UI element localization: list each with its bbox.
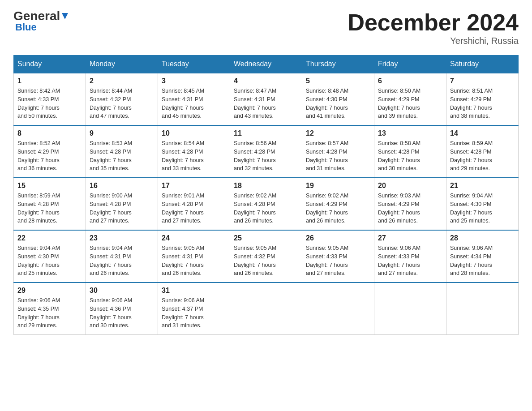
day-number: 23 <box>90 234 154 242</box>
logo: General Blue <box>13 9 70 33</box>
day-number: 24 <box>162 234 226 242</box>
day-number: 18 <box>234 182 298 190</box>
calendar-cell <box>302 283 374 335</box>
day-info: Sunrise: 9:05 AMSunset: 4:31 PMDaylight:… <box>162 245 204 276</box>
calendar-cell: 23 Sunrise: 9:04 AMSunset: 4:31 PMDaylig… <box>86 230 158 283</box>
day-info: Sunrise: 9:02 AMSunset: 4:28 PMDaylight:… <box>234 193 276 224</box>
day-number: 7 <box>450 77 515 85</box>
day-info: Sunrise: 9:02 AMSunset: 4:29 PMDaylight:… <box>306 193 348 224</box>
day-info: Sunrise: 8:52 AMSunset: 4:29 PMDaylight:… <box>17 140 60 171</box>
day-number: 16 <box>90 182 154 190</box>
calendar-cell: 5 Sunrise: 8:48 AMSunset: 4:30 PMDayligh… <box>302 73 374 125</box>
calendar-cell: 3 Sunrise: 8:45 AMSunset: 4:31 PMDayligh… <box>158 73 230 125</box>
week-row-1: 1 Sunrise: 8:42 AMSunset: 4:33 PMDayligh… <box>14 73 519 125</box>
day-number: 11 <box>234 129 298 137</box>
header-saturday: Saturday <box>446 56 519 73</box>
day-number: 19 <box>306 182 370 190</box>
day-info: Sunrise: 8:58 AMSunset: 4:28 PMDaylight:… <box>378 140 420 171</box>
weekday-header-row: Sunday Monday Tuesday Wednesday Thursday… <box>14 56 519 73</box>
day-number: 22 <box>17 234 82 242</box>
day-number: 6 <box>378 77 442 85</box>
day-info: Sunrise: 8:57 AMSunset: 4:28 PMDaylight:… <box>306 140 348 171</box>
week-row-5: 29 Sunrise: 9:06 AMSunset: 4:35 PMDaylig… <box>14 283 519 335</box>
day-info: Sunrise: 9:04 AMSunset: 4:31 PMDaylight:… <box>90 245 132 276</box>
day-number: 28 <box>450 234 515 242</box>
calendar-cell: 1 Sunrise: 8:42 AMSunset: 4:33 PMDayligh… <box>14 73 86 125</box>
day-number: 13 <box>378 129 442 137</box>
day-info: Sunrise: 8:56 AMSunset: 4:28 PMDaylight:… <box>234 140 276 171</box>
title-block: December 2024 Yershichi, Russia <box>348 9 519 46</box>
day-info: Sunrise: 8:42 AMSunset: 4:33 PMDaylight:… <box>17 88 60 119</box>
calendar-cell: 16 Sunrise: 9:00 AMSunset: 4:28 PMDaylig… <box>86 178 158 230</box>
day-info: Sunrise: 9:04 AMSunset: 4:30 PMDaylight:… <box>17 245 60 276</box>
day-info: Sunrise: 8:51 AMSunset: 4:29 PMDaylight:… <box>450 88 493 119</box>
day-number: 29 <box>17 287 82 295</box>
calendar-cell: 18 Sunrise: 9:02 AMSunset: 4:28 PMDaylig… <box>230 178 302 230</box>
day-info: Sunrise: 9:06 AMSunset: 4:34 PMDaylight:… <box>450 245 493 276</box>
logo-blue-text: Blue <box>13 21 37 33</box>
calendar-cell: 30 Sunrise: 9:06 AMSunset: 4:36 PMDaylig… <box>86 283 158 335</box>
day-info: Sunrise: 8:53 AMSunset: 4:28 PMDaylight:… <box>90 140 132 171</box>
calendar-cell: 7 Sunrise: 8:51 AMSunset: 4:29 PMDayligh… <box>446 73 519 125</box>
day-info: Sunrise: 8:59 AMSunset: 4:28 PMDaylight:… <box>17 193 60 224</box>
logo-triangle-icon <box>60 11 70 21</box>
day-number: 30 <box>90 287 154 295</box>
calendar-cell: 27 Sunrise: 9:06 AMSunset: 4:33 PMDaylig… <box>374 230 446 283</box>
calendar-cell: 20 Sunrise: 9:03 AMSunset: 4:29 PMDaylig… <box>374 178 446 230</box>
day-info: Sunrise: 8:48 AMSunset: 4:30 PMDaylight:… <box>306 88 348 119</box>
day-number: 3 <box>162 77 226 85</box>
day-info: Sunrise: 9:06 AMSunset: 4:37 PMDaylight:… <box>162 297 204 329</box>
header-thursday: Thursday <box>302 56 374 73</box>
header-tuesday: Tuesday <box>158 56 230 73</box>
day-info: Sunrise: 8:59 AMSunset: 4:28 PMDaylight:… <box>450 140 493 171</box>
calendar-cell: 22 Sunrise: 9:04 AMSunset: 4:30 PMDaylig… <box>14 230 86 283</box>
month-title: December 2024 <box>348 9 519 36</box>
day-info: Sunrise: 8:54 AMSunset: 4:28 PMDaylight:… <box>162 140 204 171</box>
day-number: 20 <box>378 182 442 190</box>
calendar-cell: 10 Sunrise: 8:54 AMSunset: 4:28 PMDaylig… <box>158 125 230 178</box>
day-info: Sunrise: 8:45 AMSunset: 4:31 PMDaylight:… <box>162 88 204 119</box>
day-number: 9 <box>90 129 154 137</box>
calendar-cell: 6 Sunrise: 8:50 AMSunset: 4:29 PMDayligh… <box>374 73 446 125</box>
calendar-cell <box>230 283 302 335</box>
calendar-cell: 25 Sunrise: 9:05 AMSunset: 4:32 PMDaylig… <box>230 230 302 283</box>
day-number: 12 <box>306 129 370 137</box>
day-number: 8 <box>17 129 82 137</box>
calendar-cell: 15 Sunrise: 8:59 AMSunset: 4:28 PMDaylig… <box>14 178 86 230</box>
calendar-cell <box>374 283 446 335</box>
calendar-cell: 13 Sunrise: 8:58 AMSunset: 4:28 PMDaylig… <box>374 125 446 178</box>
header-wednesday: Wednesday <box>230 56 302 73</box>
calendar-cell: 21 Sunrise: 9:04 AMSunset: 4:30 PMDaylig… <box>446 178 519 230</box>
day-number: 25 <box>234 234 298 242</box>
calendar-cell: 9 Sunrise: 8:53 AMSunset: 4:28 PMDayligh… <box>86 125 158 178</box>
week-row-4: 22 Sunrise: 9:04 AMSunset: 4:30 PMDaylig… <box>14 230 519 283</box>
header-friday: Friday <box>374 56 446 73</box>
calendar-cell: 24 Sunrise: 9:05 AMSunset: 4:31 PMDaylig… <box>158 230 230 283</box>
week-row-3: 15 Sunrise: 8:59 AMSunset: 4:28 PMDaylig… <box>14 178 519 230</box>
day-info: Sunrise: 9:06 AMSunset: 4:36 PMDaylight:… <box>90 297 132 329</box>
day-info: Sunrise: 9:06 AMSunset: 4:33 PMDaylight:… <box>378 245 420 276</box>
day-number: 4 <box>234 77 298 85</box>
calendar-cell: 14 Sunrise: 8:59 AMSunset: 4:28 PMDaylig… <box>446 125 519 178</box>
calendar-cell: 12 Sunrise: 8:57 AMSunset: 4:28 PMDaylig… <box>302 125 374 178</box>
day-info: Sunrise: 9:03 AMSunset: 4:29 PMDaylight:… <box>378 193 420 224</box>
calendar-cell: 28 Sunrise: 9:06 AMSunset: 4:34 PMDaylig… <box>446 230 519 283</box>
calendar-table: Sunday Monday Tuesday Wednesday Thursday… <box>13 55 519 335</box>
day-info: Sunrise: 9:05 AMSunset: 4:32 PMDaylight:… <box>234 245 276 276</box>
day-info: Sunrise: 9:04 AMSunset: 4:30 PMDaylight:… <box>450 193 493 224</box>
calendar-cell: 26 Sunrise: 9:05 AMSunset: 4:33 PMDaylig… <box>302 230 374 283</box>
calendar-cell: 4 Sunrise: 8:47 AMSunset: 4:31 PMDayligh… <box>230 73 302 125</box>
day-number: 14 <box>450 129 515 137</box>
day-info: Sunrise: 9:06 AMSunset: 4:35 PMDaylight:… <box>17 297 60 329</box>
calendar-cell: 2 Sunrise: 8:44 AMSunset: 4:32 PMDayligh… <box>86 73 158 125</box>
calendar-cell: 31 Sunrise: 9:06 AMSunset: 4:37 PMDaylig… <box>158 283 230 335</box>
location: Yershichi, Russia <box>348 36 519 46</box>
day-number: 27 <box>378 234 442 242</box>
calendar-cell: 17 Sunrise: 9:01 AMSunset: 4:28 PMDaylig… <box>158 178 230 230</box>
day-number: 5 <box>306 77 370 85</box>
day-number: 21 <box>450 182 515 190</box>
day-info: Sunrise: 9:01 AMSunset: 4:28 PMDaylight:… <box>162 193 204 224</box>
day-number: 17 <box>162 182 226 190</box>
calendar-cell <box>446 283 519 335</box>
day-info: Sunrise: 8:50 AMSunset: 4:29 PMDaylight:… <box>378 88 420 119</box>
